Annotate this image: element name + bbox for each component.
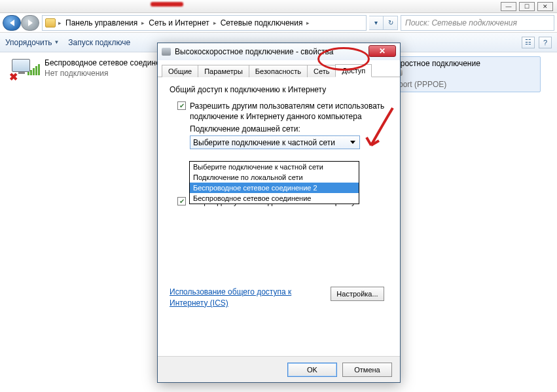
launch-label: Запуск подключе <box>68 38 130 47</box>
section-heading: Общий доступ к подключению к Интернету <box>170 85 388 94</box>
dropdown-option[interactable]: Беспроводное сетевое соединение <box>190 193 359 204</box>
breadcrumb[interactable]: Панель управления <box>64 18 139 27</box>
dialog-footer: OK Отмена <box>158 356 400 382</box>
tab-options[interactable]: Параметры <box>198 65 249 77</box>
annotation-smudge <box>151 2 183 7</box>
home-network-label: Подключение домашней сети: <box>190 124 388 134</box>
ok-button[interactable]: OK <box>287 363 337 377</box>
connection-status: Нет подключения <box>45 68 173 79</box>
home-network-combobox[interactable]: Выберите подключение к частной сети <box>190 135 360 149</box>
tab-bar: Общие Параметры Безопасность Сеть Доступ <box>158 60 400 77</box>
breadcrumb[interactable]: Сетевые подключения <box>219 18 304 27</box>
connection-name: Беспроводное сетевое соединение <box>45 58 173 68</box>
organize-menu[interactable]: Упорядочить▼ <box>5 38 59 47</box>
breadcrumb[interactable]: Сеть и Интернет <box>147 18 210 27</box>
properties-dialog: Высокоскоростное подключение - свойства … <box>157 43 401 383</box>
error-x-icon: ✖ <box>9 71 18 83</box>
close-button[interactable]: ✕ <box>537 2 553 11</box>
launch-connection-button[interactable]: Запуск подключе <box>68 38 130 47</box>
chevron-down-icon: ▼ <box>54 39 59 45</box>
chevron-right-icon: ▸ <box>141 20 145 26</box>
allow-sharing-checkbox[interactable]: ✔ <box>177 101 186 110</box>
cancel-button[interactable]: Отмена <box>342 363 392 377</box>
window-titlebar: — ☐ ✕ <box>0 0 557 13</box>
refresh-button[interactable]: ↻ <box>384 16 398 30</box>
dropdown-option[interactable]: Беспроводное сетевое соединение 2 <box>190 183 359 193</box>
settings-button[interactable]: Настройка... <box>331 287 384 301</box>
tab-network[interactable]: Сеть <box>307 65 336 77</box>
allow-sharing-label: Разрешить другим пользователям сети испо… <box>190 101 388 122</box>
dialog-title: Высокоскоростное подключение - свойства <box>175 47 333 56</box>
ics-help-link[interactable]: Использование общего доступа к Интернету… <box>170 287 291 308</box>
arrow-right-icon <box>28 20 33 26</box>
chevron-down-icon <box>350 141 355 144</box>
dropdown-option[interactable]: Подключение по локальной сети <box>190 172 359 183</box>
arrow-left-icon <box>10 20 14 26</box>
dropdown-option[interactable]: Выберите подключение к частной сети <box>190 162 359 172</box>
connection-item[interactable]: ✖ Беспроводное сетевое соединение Нет по… <box>8 58 175 81</box>
chevron-right-icon: ▸ <box>306 20 310 26</box>
dialog-titlebar[interactable]: Высокоскоростное подключение - свойства … <box>158 43 400 60</box>
tab-security[interactable]: Безопасность <box>249 65 308 77</box>
dialog-icon <box>162 48 171 56</box>
help-button[interactable]: ? <box>539 37 552 48</box>
nav-back-button[interactable] <box>3 15 21 31</box>
folder-icon <box>45 18 56 27</box>
wireless-icon: ✖ <box>8 58 39 81</box>
combobox-value: Выберите подключение к частной сети <box>193 138 335 147</box>
breadcrumb-bar[interactable]: ▸ Панель управления ▸ Сеть и Интернет ▸ … <box>42 15 367 31</box>
dialog-body: Общий доступ к подключению к Интернету ✔… <box>158 77 400 352</box>
chevron-right-icon: ▸ <box>58 20 62 26</box>
chevron-right-icon: ▸ <box>213 20 217 26</box>
maximize-button[interactable]: ☐ <box>519 2 535 11</box>
search-input[interactable]: Поиск: Сетевые подключения <box>401 15 554 31</box>
minimize-button[interactable]: — <box>501 2 516 11</box>
nav-forward-button[interactable] <box>21 15 39 31</box>
combobox-dropdown: Выберите подключение к частной сети Подк… <box>189 161 359 204</box>
allow-control-checkbox[interactable]: ✔ <box>177 197 186 205</box>
tab-sharing[interactable]: Доступ <box>335 64 372 77</box>
address-bar: ▸ Панель управления ▸ Сеть и Интернет ▸ … <box>0 13 557 33</box>
dialog-close-button[interactable]: ✕ <box>368 45 396 57</box>
organize-label: Упорядочить <box>5 38 52 47</box>
view-options-button[interactable]: ☷ <box>522 37 535 48</box>
breadcrumb-dropdown-button[interactable]: ▾ <box>369 16 384 30</box>
tab-general[interactable]: Общие <box>162 65 198 77</box>
